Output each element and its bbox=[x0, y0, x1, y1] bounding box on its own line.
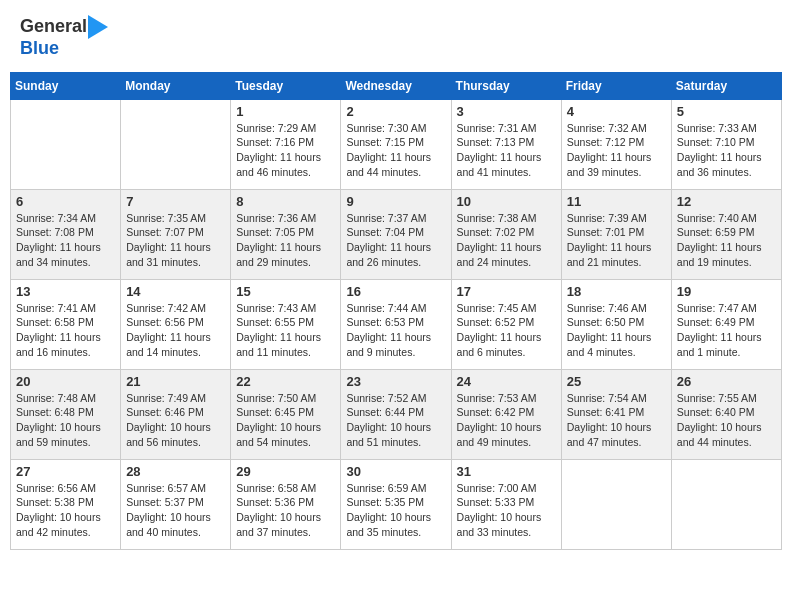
calendar-cell: 29Sunrise: 6:58 AMSunset: 5:36 PMDayligh… bbox=[231, 459, 341, 549]
day-number: 16 bbox=[346, 284, 445, 299]
calendar-cell: 5Sunrise: 7:33 AMSunset: 7:10 PMDaylight… bbox=[671, 99, 781, 189]
day-info: Sunrise: 7:45 AMSunset: 6:52 PMDaylight:… bbox=[457, 301, 556, 360]
day-number: 18 bbox=[567, 284, 666, 299]
day-info: Sunrise: 7:40 AMSunset: 6:59 PMDaylight:… bbox=[677, 211, 776, 270]
calendar-cell: 17Sunrise: 7:45 AMSunset: 6:52 PMDayligh… bbox=[451, 279, 561, 369]
day-info: Sunrise: 7:49 AMSunset: 6:46 PMDaylight:… bbox=[126, 391, 225, 450]
day-number: 11 bbox=[567, 194, 666, 209]
day-number: 14 bbox=[126, 284, 225, 299]
weekday-header-saturday: Saturday bbox=[671, 72, 781, 99]
day-number: 31 bbox=[457, 464, 556, 479]
calendar-week-row: 27Sunrise: 6:56 AMSunset: 5:38 PMDayligh… bbox=[11, 459, 782, 549]
day-number: 13 bbox=[16, 284, 115, 299]
calendar-cell: 1Sunrise: 7:29 AMSunset: 7:16 PMDaylight… bbox=[231, 99, 341, 189]
day-info: Sunrise: 7:55 AMSunset: 6:40 PMDaylight:… bbox=[677, 391, 776, 450]
calendar-cell: 15Sunrise: 7:43 AMSunset: 6:55 PMDayligh… bbox=[231, 279, 341, 369]
calendar-week-row: 1Sunrise: 7:29 AMSunset: 7:16 PMDaylight… bbox=[11, 99, 782, 189]
day-number: 6 bbox=[16, 194, 115, 209]
calendar-cell: 14Sunrise: 7:42 AMSunset: 6:56 PMDayligh… bbox=[121, 279, 231, 369]
calendar-cell: 21Sunrise: 7:49 AMSunset: 6:46 PMDayligh… bbox=[121, 369, 231, 459]
day-number: 19 bbox=[677, 284, 776, 299]
day-info: Sunrise: 7:42 AMSunset: 6:56 PMDaylight:… bbox=[126, 301, 225, 360]
weekday-header-friday: Friday bbox=[561, 72, 671, 99]
day-number: 26 bbox=[677, 374, 776, 389]
day-info: Sunrise: 7:33 AMSunset: 7:10 PMDaylight:… bbox=[677, 121, 776, 180]
calendar-cell: 10Sunrise: 7:38 AMSunset: 7:02 PMDayligh… bbox=[451, 189, 561, 279]
page-header: General Blue bbox=[10, 10, 782, 64]
day-info: Sunrise: 7:44 AMSunset: 6:53 PMDaylight:… bbox=[346, 301, 445, 360]
day-info: Sunrise: 7:39 AMSunset: 7:01 PMDaylight:… bbox=[567, 211, 666, 270]
day-number: 29 bbox=[236, 464, 335, 479]
day-number: 27 bbox=[16, 464, 115, 479]
calendar-cell: 19Sunrise: 7:47 AMSunset: 6:49 PMDayligh… bbox=[671, 279, 781, 369]
calendar-week-row: 20Sunrise: 7:48 AMSunset: 6:48 PMDayligh… bbox=[11, 369, 782, 459]
day-info: Sunrise: 7:35 AMSunset: 7:07 PMDaylight:… bbox=[126, 211, 225, 270]
day-number: 20 bbox=[16, 374, 115, 389]
day-number: 28 bbox=[126, 464, 225, 479]
day-info: Sunrise: 7:37 AMSunset: 7:04 PMDaylight:… bbox=[346, 211, 445, 270]
day-info: Sunrise: 7:34 AMSunset: 7:08 PMDaylight:… bbox=[16, 211, 115, 270]
day-number: 25 bbox=[567, 374, 666, 389]
day-info: Sunrise: 7:29 AMSunset: 7:16 PMDaylight:… bbox=[236, 121, 335, 180]
calendar-cell bbox=[11, 99, 121, 189]
calendar-cell: 22Sunrise: 7:50 AMSunset: 6:45 PMDayligh… bbox=[231, 369, 341, 459]
calendar-table: SundayMondayTuesdayWednesdayThursdayFrid… bbox=[10, 72, 782, 550]
day-info: Sunrise: 7:52 AMSunset: 6:44 PMDaylight:… bbox=[346, 391, 445, 450]
calendar-cell: 6Sunrise: 7:34 AMSunset: 7:08 PMDaylight… bbox=[11, 189, 121, 279]
day-number: 5 bbox=[677, 104, 776, 119]
day-number: 23 bbox=[346, 374, 445, 389]
day-number: 9 bbox=[346, 194, 445, 209]
calendar-cell bbox=[671, 459, 781, 549]
calendar-cell: 30Sunrise: 6:59 AMSunset: 5:35 PMDayligh… bbox=[341, 459, 451, 549]
day-info: Sunrise: 7:38 AMSunset: 7:02 PMDaylight:… bbox=[457, 211, 556, 270]
calendar-cell: 3Sunrise: 7:31 AMSunset: 7:13 PMDaylight… bbox=[451, 99, 561, 189]
weekday-header-thursday: Thursday bbox=[451, 72, 561, 99]
day-info: Sunrise: 7:53 AMSunset: 6:42 PMDaylight:… bbox=[457, 391, 556, 450]
logo: General Blue bbox=[20, 15, 109, 59]
calendar-cell: 31Sunrise: 7:00 AMSunset: 5:33 PMDayligh… bbox=[451, 459, 561, 549]
logo-general: General bbox=[20, 16, 87, 36]
day-info: Sunrise: 7:46 AMSunset: 6:50 PMDaylight:… bbox=[567, 301, 666, 360]
calendar-cell: 9Sunrise: 7:37 AMSunset: 7:04 PMDaylight… bbox=[341, 189, 451, 279]
day-info: Sunrise: 6:59 AMSunset: 5:35 PMDaylight:… bbox=[346, 481, 445, 540]
day-info: Sunrise: 7:54 AMSunset: 6:41 PMDaylight:… bbox=[567, 391, 666, 450]
day-number: 2 bbox=[346, 104, 445, 119]
day-info: Sunrise: 6:58 AMSunset: 5:36 PMDaylight:… bbox=[236, 481, 335, 540]
day-info: Sunrise: 7:43 AMSunset: 6:55 PMDaylight:… bbox=[236, 301, 335, 360]
day-number: 1 bbox=[236, 104, 335, 119]
calendar-cell: 26Sunrise: 7:55 AMSunset: 6:40 PMDayligh… bbox=[671, 369, 781, 459]
day-number: 15 bbox=[236, 284, 335, 299]
svg-marker-0 bbox=[88, 15, 108, 39]
day-number: 17 bbox=[457, 284, 556, 299]
day-number: 3 bbox=[457, 104, 556, 119]
day-info: Sunrise: 7:30 AMSunset: 7:15 PMDaylight:… bbox=[346, 121, 445, 180]
calendar-cell: 11Sunrise: 7:39 AMSunset: 7:01 PMDayligh… bbox=[561, 189, 671, 279]
day-info: Sunrise: 7:31 AMSunset: 7:13 PMDaylight:… bbox=[457, 121, 556, 180]
day-info: Sunrise: 7:41 AMSunset: 6:58 PMDaylight:… bbox=[16, 301, 115, 360]
day-number: 4 bbox=[567, 104, 666, 119]
weekday-header-sunday: Sunday bbox=[11, 72, 121, 99]
day-number: 24 bbox=[457, 374, 556, 389]
calendar-cell: 8Sunrise: 7:36 AMSunset: 7:05 PMDaylight… bbox=[231, 189, 341, 279]
day-info: Sunrise: 7:48 AMSunset: 6:48 PMDaylight:… bbox=[16, 391, 115, 450]
calendar-cell: 4Sunrise: 7:32 AMSunset: 7:12 PMDaylight… bbox=[561, 99, 671, 189]
day-info: Sunrise: 7:32 AMSunset: 7:12 PMDaylight:… bbox=[567, 121, 666, 180]
calendar-cell: 27Sunrise: 6:56 AMSunset: 5:38 PMDayligh… bbox=[11, 459, 121, 549]
day-number: 22 bbox=[236, 374, 335, 389]
day-number: 10 bbox=[457, 194, 556, 209]
calendar-cell: 23Sunrise: 7:52 AMSunset: 6:44 PMDayligh… bbox=[341, 369, 451, 459]
calendar-header-row: SundayMondayTuesdayWednesdayThursdayFrid… bbox=[11, 72, 782, 99]
day-info: Sunrise: 7:00 AMSunset: 5:33 PMDaylight:… bbox=[457, 481, 556, 540]
weekday-header-monday: Monday bbox=[121, 72, 231, 99]
calendar-cell: 2Sunrise: 7:30 AMSunset: 7:15 PMDaylight… bbox=[341, 99, 451, 189]
calendar-cell: 13Sunrise: 7:41 AMSunset: 6:58 PMDayligh… bbox=[11, 279, 121, 369]
calendar-cell bbox=[121, 99, 231, 189]
logo-blue: Blue bbox=[20, 38, 59, 58]
day-info: Sunrise: 7:50 AMSunset: 6:45 PMDaylight:… bbox=[236, 391, 335, 450]
calendar-cell: 25Sunrise: 7:54 AMSunset: 6:41 PMDayligh… bbox=[561, 369, 671, 459]
calendar-cell: 18Sunrise: 7:46 AMSunset: 6:50 PMDayligh… bbox=[561, 279, 671, 369]
day-number: 8 bbox=[236, 194, 335, 209]
weekday-header-tuesday: Tuesday bbox=[231, 72, 341, 99]
calendar-cell: 7Sunrise: 7:35 AMSunset: 7:07 PMDaylight… bbox=[121, 189, 231, 279]
day-number: 30 bbox=[346, 464, 445, 479]
